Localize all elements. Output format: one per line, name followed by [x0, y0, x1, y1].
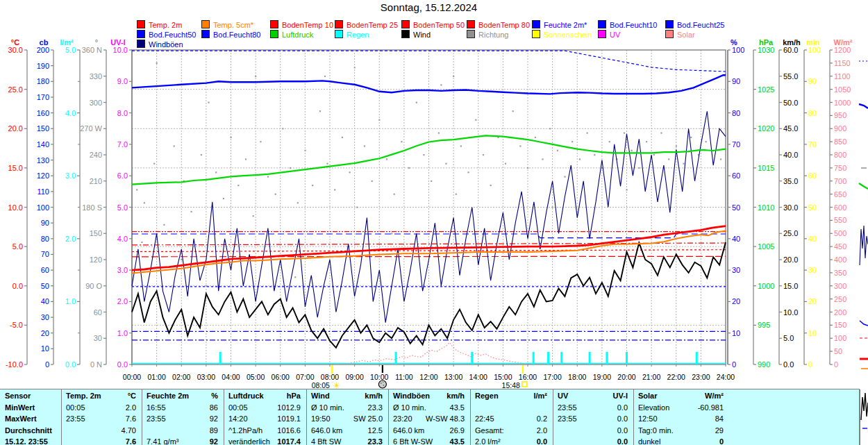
table-cell: 23.3 [368, 437, 383, 445]
svg-text:5.0: 5.0 [65, 46, 76, 54]
axis-: %1009080706050403020100 [728, 38, 744, 369]
svg-text:180 S: 180 S [82, 203, 102, 212]
table-cell: MaxWert [5, 414, 37, 423]
table-cell: 23:55 [558, 414, 577, 423]
table-cell: Luftdruck [228, 392, 264, 400]
svg-text:900: 900 [834, 124, 846, 133]
svg-text:22:00: 22:00 [667, 373, 685, 381]
svg-text:1050: 1050 [834, 85, 851, 94]
svg-text:30.0: 30.0 [8, 46, 23, 54]
svg-text:190: 190 [37, 62, 49, 70]
svg-text:-5.0: -5.0 [10, 321, 23, 329]
table-cell: 0.2 [537, 414, 547, 423]
svg-text:100: 100 [732, 46, 744, 54]
svg-text:100: 100 [834, 334, 846, 342]
table-cell: UV-I [613, 392, 628, 400]
table-separator [61, 389, 62, 445]
svg-text:150: 150 [90, 229, 102, 237]
svg-text:40: 40 [41, 297, 49, 305]
table-cell: 1016.6 [277, 426, 301, 435]
svg-text:40: 40 [808, 235, 817, 243]
svg-text:15:00: 15:00 [494, 373, 512, 381]
svg-text:00:00: 00:00 [123, 373, 141, 381]
svg-text:12:00: 12:00 [419, 373, 437, 381]
svg-text:19:00: 19:00 [593, 373, 611, 381]
table-cell: 23.3 [368, 403, 383, 412]
x-axis-labels: 00:0001:0002:0003:0004:0005:0006:0007:00… [123, 364, 735, 381]
svg-text:60: 60 [94, 308, 102, 317]
svg-text:550: 550 [834, 216, 846, 224]
svg-text:700: 700 [834, 177, 846, 185]
axis-w-m: W/m²120011501100105010009509008508007507… [830, 38, 853, 369]
svg-text:05:00: 05:00 [247, 373, 265, 381]
table-cell: 4.70 [122, 426, 136, 435]
table-cell: Regen [475, 392, 499, 400]
svg-text:24:00: 24:00 [717, 373, 735, 381]
svg-text:120: 120 [90, 255, 102, 264]
svg-text:90: 90 [41, 219, 49, 227]
svg-text:1000: 1000 [834, 99, 851, 107]
svg-text:330: 330 [90, 72, 102, 81]
svg-text:20: 20 [808, 297, 817, 305]
sunset-square-icon [522, 382, 527, 387]
table-cell: 2.0 [537, 426, 547, 435]
svg-text:50: 50 [834, 347, 842, 355]
svg-text:30.0: 30.0 [783, 203, 798, 212]
table-cell: Gesamt: [475, 426, 504, 435]
table-cell: 1019.1 [277, 414, 301, 423]
svg-text:17:00: 17:00 [543, 373, 561, 381]
svg-text:995: 995 [758, 321, 770, 329]
table-cell: 84 [715, 414, 724, 423]
svg-text:1200: 1200 [834, 46, 851, 54]
svg-text:500: 500 [834, 229, 846, 237]
svg-text:1.0: 1.0 [65, 297, 76, 305]
svg-text:60: 60 [732, 171, 740, 180]
table-cell: SW 25.0 [353, 414, 383, 423]
svg-text:0: 0 [834, 360, 838, 369]
table-cell: Solar [638, 392, 658, 400]
svg-text:45.0: 45.0 [783, 124, 798, 133]
svg-text:60: 60 [808, 171, 817, 180]
svg-text:20: 20 [41, 329, 49, 337]
svg-text:11:00: 11:00 [395, 373, 413, 381]
table-cell: 00:05 [228, 403, 248, 412]
svg-text:8.0: 8.0 [117, 109, 128, 117]
table-cell: 2.0 [126, 403, 136, 412]
table-cell: 92 [210, 437, 218, 445]
series-solar [340, 342, 528, 364]
moon-icon [378, 380, 386, 388]
svg-text:2.0: 2.0 [117, 297, 128, 305]
table-cell: 19:50 [311, 414, 331, 423]
svg-text:30: 30 [94, 334, 102, 342]
svg-text:130: 130 [37, 156, 49, 165]
svg-text:300: 300 [90, 99, 102, 107]
table-cell: 7.6 [126, 414, 136, 423]
table-cell: Sensor [5, 392, 31, 400]
svg-text:10:00: 10:00 [370, 373, 388, 381]
svg-text:270 W: 270 W [80, 124, 102, 133]
svg-text:80: 80 [41, 235, 49, 243]
svg-text:0.0: 0.0 [117, 360, 128, 369]
table-cell: Feuchte 2m [147, 392, 189, 400]
svg-text:100: 100 [808, 46, 821, 54]
svg-text:15.0: 15.0 [783, 282, 798, 290]
svg-text:10.0: 10.0 [113, 46, 128, 54]
svg-text:9.0: 9.0 [117, 77, 128, 85]
svg-text:50.0: 50.0 [783, 99, 798, 107]
table-cell: 29 [715, 426, 724, 435]
svg-text:80: 80 [808, 109, 817, 117]
svg-text:950: 950 [834, 111, 846, 119]
table-cell: 12:50 [638, 414, 658, 423]
svg-text:20.0: 20.0 [783, 255, 798, 264]
svg-text:600: 600 [834, 203, 846, 212]
next-day-sliver [859, 61, 868, 428]
svg-text:1000: 1000 [758, 282, 774, 290]
svg-text:3.0: 3.0 [117, 266, 128, 274]
weather-chart-window: Sonntag, 15.12.2024 Temp. 2mTemp. 5cm*Bo… [0, 0, 868, 445]
svg-text:4.0: 4.0 [117, 235, 128, 243]
svg-text:70: 70 [732, 140, 740, 149]
svg-text:160: 160 [37, 109, 49, 117]
axis-hpa: hPa1030102510201015101010051000995990 [753, 38, 774, 369]
svg-text:10.0: 10.0 [783, 308, 798, 317]
svg-text:1030: 1030 [758, 46, 774, 54]
